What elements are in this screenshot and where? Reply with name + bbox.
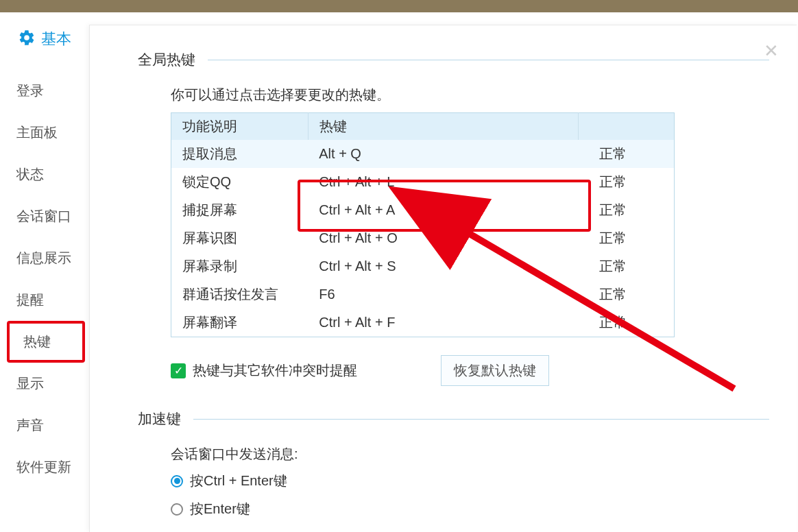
hotkey-settings-panel: ✕ 全局热键 你可以通过点击选择要更改的热键。 功能说明热键 提取消息Alt +… <box>89 25 797 532</box>
sidebar-item-hotkey[interactable]: 热键 <box>7 321 85 363</box>
col-status-header <box>579 113 675 141</box>
section-header-accel: 加速键 <box>138 409 769 428</box>
section-title-accel: 加速键 <box>138 409 181 428</box>
sidebar-item-sound[interactable]: 声音 <box>0 404 89 446</box>
hotkey-row-extract[interactable]: 提取消息Alt + Q正常 <box>171 140 675 168</box>
sidebar-item-remind[interactable]: 提醒 <box>0 279 89 321</box>
send-key-radio-group: 按Ctrl + Enter键 按Enter键 <box>171 472 769 518</box>
sidebar-item-login[interactable]: 登录 <box>0 70 89 112</box>
close-icon[interactable]: ✕ <box>764 42 779 60</box>
main-window: 基本 登录 主面板 状态 会话窗口 信息展示 提醒 热键 显示 声音 软件更新 … <box>0 12 798 532</box>
hotkey-row-translate[interactable]: 屏幕翻译Ctrl + Alt + F正常 <box>171 309 675 337</box>
radio-icon <box>171 503 183 516</box>
col-key-header: 热键 <box>308 113 578 141</box>
hotkey-table: 功能说明热键 提取消息Alt + Q正常 锁定QQCtrl + Alt + L正… <box>171 112 675 337</box>
radio-ctrl-enter[interactable]: 按Ctrl + Enter键 <box>171 472 769 490</box>
global-hotkeys-section: 全局热键 你可以通过点击选择要更改的热键。 功能说明热键 提取消息Alt + Q… <box>138 50 769 386</box>
radio-label: 按Ctrl + Enter键 <box>190 472 287 490</box>
accel-section: 加速键 会话窗口中发送消息: 按Ctrl + Enter键 按Enter键 <box>138 409 769 518</box>
sidebar-item-mainpanel[interactable]: 主面板 <box>0 112 89 154</box>
hotkey-row-ocr[interactable]: 屏幕识图Ctrl + Alt + O正常 <box>171 224 675 252</box>
table-header-row: 功能说明热键 <box>171 113 675 141</box>
gear-icon <box>18 29 36 49</box>
sidebar-title: 基本 <box>41 29 71 49</box>
radio-enter[interactable]: 按Enter键 <box>171 500 769 518</box>
col-func-header: 功能说明 <box>171 113 309 141</box>
sidebar-item-status[interactable]: 状态 <box>0 154 89 195</box>
restore-defaults-button[interactable]: 恢复默认热键 <box>441 355 549 386</box>
hotkey-row-capture[interactable]: 捕捉屏幕Ctrl + Alt + A正常 <box>171 196 675 224</box>
hotkey-row-lock[interactable]: 锁定QQCtrl + Alt + L正常 <box>171 168 675 196</box>
sidebar-item-chatwindow[interactable]: 会话窗口 <box>0 195 89 237</box>
radio-icon <box>171 475 183 487</box>
sidebar-item-infodisplay[interactable]: 信息展示 <box>0 237 89 279</box>
hotkey-row-ptt[interactable]: 群通话按住发言F6正常 <box>171 280 675 309</box>
help-text: 你可以通过点击选择要更改的热键。 <box>171 86 769 104</box>
hotkey-row-record[interactable]: 屏幕录制Ctrl + Alt + S正常 <box>171 252 675 280</box>
send-msg-label: 会话窗口中发送消息: <box>171 445 769 463</box>
section-body: 你可以通过点击选择要更改的热键。 功能说明热键 提取消息Alt + Q正常 锁定… <box>138 86 769 386</box>
sidebar-item-display[interactable]: 显示 <box>0 363 89 404</box>
accel-body: 会话窗口中发送消息: 按Ctrl + Enter键 按Enter键 <box>138 445 769 518</box>
sidebar-header: 基本 <box>0 12 89 70</box>
conflict-checkbox-label: 热键与其它软件冲突时提醒 <box>193 361 357 380</box>
divider <box>208 60 769 60</box>
divider <box>193 419 769 420</box>
settings-sidebar: 基本 登录 主面板 状态 会话窗口 信息展示 提醒 热键 显示 声音 软件更新 <box>0 12 89 532</box>
hotkey-controls: ✓ 热键与其它软件冲突时提醒 恢复默认热键 <box>171 355 769 386</box>
check-icon: ✓ <box>171 363 186 378</box>
sidebar-item-update[interactable]: 软件更新 <box>0 446 89 488</box>
section-header: 全局热键 <box>138 50 769 69</box>
section-title-global: 全局热键 <box>138 50 195 69</box>
window-titlebar <box>0 0 798 12</box>
conflict-checkbox-wrap[interactable]: ✓ 热键与其它软件冲突时提醒 <box>171 361 357 380</box>
radio-label: 按Enter键 <box>190 500 250 518</box>
